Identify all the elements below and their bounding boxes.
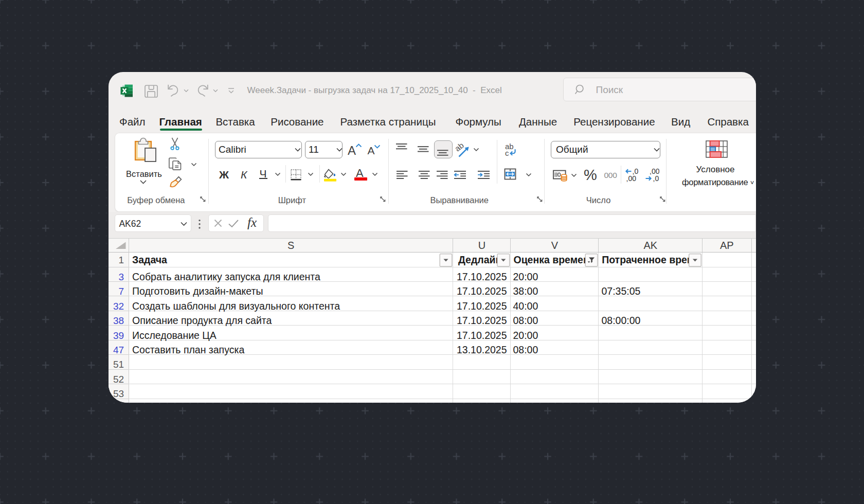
svg-text:17.10.2025: 17.10.2025 bbox=[456, 300, 507, 312]
svg-text:Подготовить дизайн-макеты: Подготовить дизайн-макеты bbox=[132, 285, 263, 297]
svg-text:Потраченное время: Потраченное время bbox=[602, 254, 700, 265]
svg-text:U: U bbox=[478, 240, 485, 251]
svg-text:Задача: Задача bbox=[132, 254, 167, 265]
svg-text:AK: AK bbox=[643, 240, 657, 251]
svg-text:17.10.2025: 17.10.2025 bbox=[456, 330, 507, 341]
svg-text:Оценка времени: Оценка времени bbox=[513, 254, 595, 265]
svg-text:17.10.2025: 17.10.2025 bbox=[456, 285, 507, 297]
svg-text:08:00: 08:00 bbox=[513, 315, 538, 326]
svg-text:20:00: 20:00 bbox=[513, 271, 538, 282]
svg-text:38: 38 bbox=[113, 315, 123, 326]
svg-text:AP: AP bbox=[720, 240, 734, 251]
svg-text:1: 1 bbox=[118, 255, 124, 265]
svg-text:,0: ,0 bbox=[653, 174, 659, 182]
svg-text:,00: ,00 bbox=[626, 174, 636, 182]
svg-text:7: 7 bbox=[118, 286, 124, 297]
svg-text:08:00:00: 08:00:00 bbox=[601, 315, 640, 326]
svg-text:52: 52 bbox=[113, 374, 123, 385]
svg-text:32: 32 bbox=[113, 301, 123, 312]
svg-text:Описание продукта для сайта: Описание продукта для сайта bbox=[132, 315, 272, 326]
svg-text:c: c bbox=[505, 148, 509, 157]
svg-text:38:00: 38:00 bbox=[513, 285, 538, 297]
svg-text:07:35:05: 07:35:05 bbox=[601, 285, 640, 297]
svg-text:40:00: 40:00 bbox=[513, 300, 538, 312]
svg-text:39: 39 bbox=[113, 330, 123, 341]
svg-text:13.10.2025: 13.10.2025 bbox=[456, 344, 507, 355]
svg-text:Дедлайн: Дедлайн bbox=[458, 254, 501, 265]
svg-text:Собрать аналитику запуска для: Собрать аналитику запуска для клиента bbox=[132, 271, 320, 282]
svg-text:Составить план запуска: Составить план запуска bbox=[132, 344, 244, 355]
svg-text:53: 53 bbox=[113, 388, 123, 399]
svg-text:17.10.2025: 17.10.2025 bbox=[456, 271, 507, 282]
svg-text:Исследование ЦА: Исследование ЦА bbox=[132, 330, 217, 341]
svg-text:S: S bbox=[287, 240, 294, 251]
svg-text:08:00: 08:00 bbox=[513, 344, 538, 355]
svg-text:51: 51 bbox=[113, 359, 123, 370]
svg-text:Создать шаблоны для визуальног: Создать шаблоны для визуального контента bbox=[132, 300, 340, 312]
svg-text:3: 3 bbox=[118, 272, 124, 282]
svg-text:V: V bbox=[551, 240, 558, 251]
svg-text:47: 47 bbox=[113, 345, 123, 355]
svg-text:17.10.2025: 17.10.2025 bbox=[456, 315, 507, 326]
svg-text:20:00: 20:00 bbox=[513, 330, 538, 341]
